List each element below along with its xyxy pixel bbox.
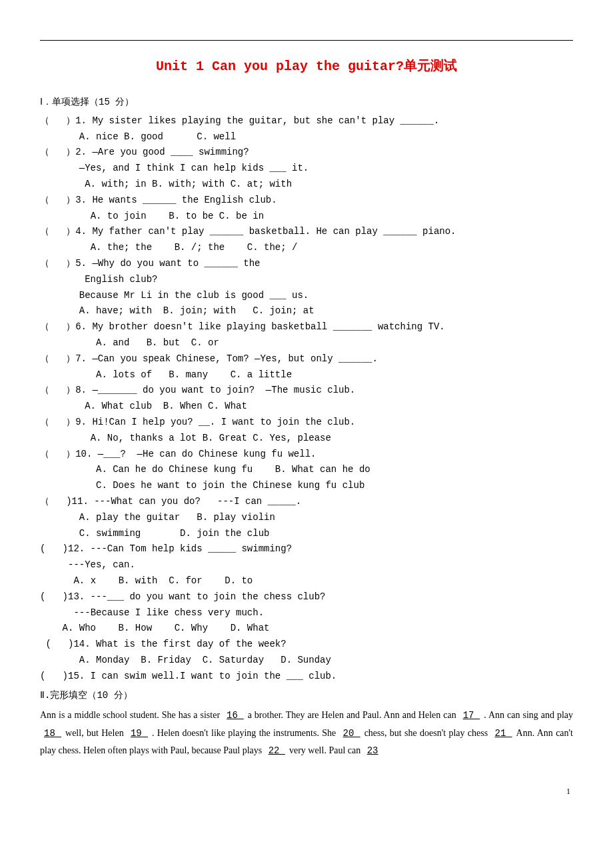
cloze-text: very well. Paul can: [289, 745, 363, 755]
question-line: （ ）8. —_______ do you want to join? —The…: [40, 383, 573, 399]
question-line: （ ）7. —Can you speak Chinese, Tom? —Yes,…: [40, 351, 573, 367]
question-line: （ ）10. —___? —He can do Chinese kung fu …: [40, 447, 573, 463]
question-line: （ ）3. He wants ______ the English club.: [40, 193, 573, 209]
question-line: A. x B. with C. for D. to: [40, 573, 573, 589]
question-line: ( )13. ---___ do you want to join the ch…: [40, 589, 573, 605]
question-line: A. No, thanks a lot B. Great C. Yes, ple…: [40, 431, 573, 447]
question-line: （ )11. ---What can you do? ---I can ____…: [40, 494, 573, 510]
question-line: C. swimming D. join the club: [40, 526, 573, 542]
cloze-blank-22: 22: [265, 745, 289, 756]
cloze-blank-16: 16: [223, 710, 248, 721]
question-line: A. the; the B. /; the C. the; /: [40, 240, 573, 256]
question-line: （ ）6. My brother doesn't like playing ba…: [40, 319, 573, 335]
question-line: （ ）1. My sister likes playing the guitar…: [40, 113, 573, 129]
question-line: A. with; in B. with; with C. at; with: [40, 177, 573, 193]
question-line: C. Does he want to join the Chinese kung…: [40, 478, 573, 494]
section-1-header: Ⅰ．单项选择（15 分）: [40, 95, 573, 111]
question-line: ---Yes, can.: [40, 557, 573, 573]
question-line: ---Because I like chess very much.: [40, 605, 573, 621]
cloze-blank-17: 17: [459, 710, 484, 721]
page-number: 1: [40, 787, 573, 797]
question-line: ( )12. ---Can Tom help kids _____ swimmi…: [40, 541, 573, 557]
document-title: Unit 1 Can you play the guitar?单元测试: [40, 57, 573, 75]
question-line: A. to join B. to be C. be in: [40, 209, 573, 225]
question-line: A. What club B. When C. What: [40, 399, 573, 415]
multiple-choice-block: （ ）1. My sister likes playing the guitar…: [40, 113, 573, 685]
question-line: —Yes, and I think I can help kids ___ it…: [40, 161, 573, 177]
cloze-text: chess, but she doesn't play chess: [364, 728, 491, 738]
question-line: A. Who B. How C. Why D. What: [40, 621, 573, 637]
question-line: A. Can he do Chinese kung fu B. What can…: [40, 462, 573, 478]
question-line: （ ）9. Hi!Can I help you? __. I want to j…: [40, 415, 573, 431]
cloze-blank-21: 21: [490, 728, 516, 739]
cloze-blank-23: 23: [363, 745, 382, 756]
question-line: （ ）4. My father can't play ______ basket…: [40, 224, 573, 240]
cloze-text: . Ann can sing and play: [484, 710, 573, 720]
top-divider: [40, 40, 573, 41]
question-line: （ ）5. —Why do you want to ______ the: [40, 256, 573, 272]
question-line: A. nice B. good C. well: [40, 129, 573, 145]
cloze-blank-20: 20: [339, 728, 364, 739]
question-line: A. have; with B. join; with C. join; at: [40, 303, 573, 319]
question-line: A. and B. but C. or: [40, 335, 573, 351]
cloze-text: . Helen doesn't like playing the instrum…: [152, 728, 339, 738]
cloze-blank-19: 19: [127, 728, 152, 739]
cloze-passage: Ann is a middle school student. She has …: [40, 707, 573, 760]
question-line: （ ）2. —Are you good ____ swimming?: [40, 145, 573, 161]
question-line: A. Monday B. Friday C. Saturday D. Sunda…: [40, 653, 573, 669]
cloze-text: well, but Helen: [65, 728, 127, 738]
question-line: A. play the guitar B. play violin: [40, 510, 573, 526]
cloze-text: a brother. They are Helen and Paul. Ann …: [248, 710, 459, 720]
question-line: English club?: [40, 272, 573, 288]
question-line: A. lots of B. many C. a little: [40, 367, 573, 383]
cloze-text: Ann is a middle school student. She has …: [40, 710, 223, 720]
cloze-blank-18: 18: [40, 728, 65, 739]
question-line: ( )15. I can swim well.I want to join th…: [40, 669, 573, 685]
section-2-header: Ⅱ.完形填空（10 分）: [40, 688, 573, 704]
question-line: ( )14. What is the first day of the week…: [40, 637, 573, 653]
question-line: Because Mr Li in the club is good ___ us…: [40, 288, 573, 304]
document-page: Unit 1 Can you play the guitar?单元测试 Ⅰ．单项…: [0, 0, 613, 823]
